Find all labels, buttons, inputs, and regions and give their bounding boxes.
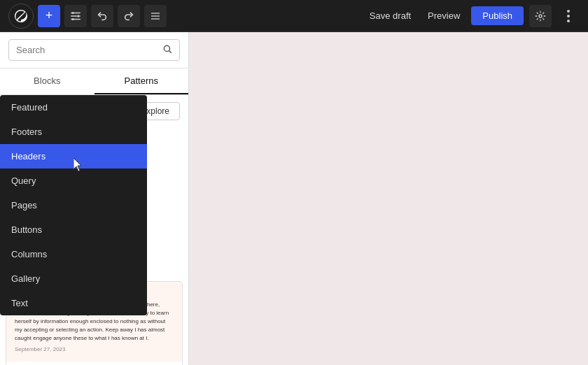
tools-button[interactable] bbox=[64, 5, 87, 27]
document-overview-button[interactable] bbox=[144, 5, 167, 27]
settings-button[interactable] bbox=[529, 5, 552, 27]
wp-logo-button[interactable] bbox=[8, 3, 34, 29]
sidebar: Blocks Patterns Explore Featured Footers… bbox=[0, 32, 189, 365]
preview-button[interactable]: Preview bbox=[422, 8, 465, 24]
svg-point-8 bbox=[567, 15, 570, 17]
dropdown-item-featured[interactable]: Featured bbox=[0, 95, 147, 120]
svg-point-0 bbox=[72, 12, 74, 14]
dropdown-item-buttons[interactable]: Buttons bbox=[0, 217, 147, 242]
svg-point-9 bbox=[567, 20, 570, 22]
toolbar-left: + bbox=[8, 3, 167, 29]
patterns-content: Explore Featured Footers Headers Query P… bbox=[0, 95, 188, 365]
dropdown-menu: Featured Footers Headers Query Pages But… bbox=[0, 95, 147, 315]
svg-point-10 bbox=[164, 45, 169, 51]
add-block-button[interactable]: + bbox=[38, 5, 60, 27]
tab-blocks[interactable]: Blocks bbox=[0, 69, 94, 94]
undo-button[interactable] bbox=[91, 5, 113, 27]
svg-point-1 bbox=[77, 15, 79, 17]
dropdown-item-gallery[interactable]: Gallery bbox=[0, 266, 147, 291]
redo-button[interactable] bbox=[118, 5, 140, 27]
search-area bbox=[0, 32, 188, 69]
main-layout: Blocks Patterns Explore Featured Footers… bbox=[0, 32, 588, 365]
dropdown-item-pages[interactable]: Pages bbox=[0, 193, 147, 217]
toolbar: + bbox=[0, 0, 588, 32]
tabs: Blocks Patterns bbox=[0, 69, 188, 95]
dropdown-item-headers[interactable]: Headers bbox=[0, 144, 147, 169]
dropdown-item-footers[interactable]: Footers bbox=[0, 120, 147, 144]
search-input[interactable] bbox=[16, 45, 157, 55]
svg-point-6 bbox=[539, 15, 542, 17]
svg-point-2 bbox=[72, 18, 74, 20]
dropdown-item-query[interactable]: Query bbox=[0, 169, 147, 193]
svg-point-7 bbox=[567, 10, 570, 13]
featured-posts-label: Featured posts bbox=[6, 362, 182, 365]
search-box bbox=[8, 39, 180, 61]
search-icon bbox=[162, 44, 172, 56]
dropdown-item-text[interactable]: Text bbox=[0, 291, 147, 315]
publish-button[interactable]: Publish bbox=[471, 6, 524, 25]
canvas[interactable] bbox=[189, 32, 588, 365]
svg-line-11 bbox=[169, 51, 172, 53]
tab-patterns[interactable]: Patterns bbox=[94, 69, 189, 94]
toolbar-right: Save draft Preview Publish bbox=[364, 5, 580, 27]
preview-date: September 27, 2023 bbox=[15, 345, 174, 353]
dropdown-item-columns[interactable]: Columns bbox=[0, 242, 147, 266]
save-draft-button[interactable]: Save draft bbox=[364, 8, 416, 24]
more-options-button[interactable] bbox=[557, 5, 580, 27]
